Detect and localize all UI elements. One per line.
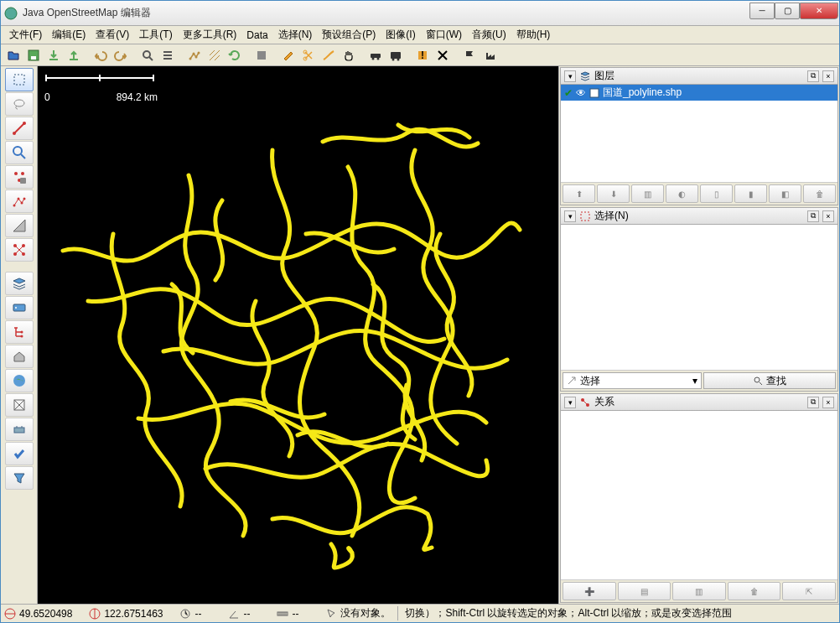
- layer-merge-button[interactable]: ▯: [700, 184, 733, 203]
- layer-visibility-button[interactable]: ◐: [666, 184, 698, 203]
- find-button[interactable]: 查找: [703, 372, 836, 389]
- menu-data[interactable]: Data: [241, 28, 272, 43]
- lat-icon: [4, 608, 16, 620]
- warning-icon[interactable]: !: [413, 46, 432, 65]
- wireframe-icon[interactable]: [185, 46, 204, 65]
- flag-icon[interactable]: [460, 46, 479, 65]
- layers-panel-title: 图层: [594, 69, 614, 83]
- menu-presets[interactable]: 预设组合(P): [317, 26, 381, 44]
- lasso-icon[interactable]: [5, 92, 34, 116]
- refresh-icon[interactable]: [226, 46, 244, 65]
- house-icon[interactable]: [5, 345, 34, 368]
- layer-down-button[interactable]: ⬇: [597, 184, 630, 203]
- selection-combo[interactable]: 选择 ▾: [563, 372, 702, 389]
- main-toolbar: !: [1, 44, 839, 66]
- svg-point-38: [20, 331, 23, 334]
- hatch-icon[interactable]: [205, 46, 224, 65]
- layers-panel-icon: [579, 70, 591, 82]
- relation-edit-button[interactable]: ▤: [618, 582, 671, 600]
- svg-point-4: [189, 57, 192, 60]
- layer-activate-button[interactable]: ◧: [769, 184, 801, 203]
- dock-icon[interactable]: ⧉: [807, 70, 819, 82]
- longitude-value: 122.6751463: [104, 608, 163, 620]
- menu-window[interactable]: 窗口(W): [421, 26, 467, 44]
- zoom-icon[interactable]: [5, 141, 34, 164]
- tree-icon[interactable]: [5, 320, 34, 344]
- delete-node-icon[interactable]: [5, 165, 34, 189]
- minimize-button[interactable]: ─: [749, 3, 775, 19]
- line-icon[interactable]: [5, 117, 34, 140]
- relation-add-button[interactable]: ➕: [563, 582, 616, 600]
- close-button[interactable]: ✕: [800, 3, 838, 19]
- funnel-icon[interactable]: [5, 466, 34, 490]
- map-canvas[interactable]: 0 894.2 km: [38, 66, 558, 604]
- layer-duplicate-button[interactable]: ▥: [631, 184, 664, 203]
- dock-icon[interactable]: ⧉: [807, 210, 819, 222]
- menu-selection[interactable]: 选择(N): [273, 26, 318, 44]
- car-icon[interactable]: [366, 46, 385, 65]
- svg-point-29: [17, 198, 19, 200]
- menu-imagery[interactable]: 图像(I): [381, 26, 420, 44]
- factory-icon[interactable]: [480, 46, 499, 65]
- relation-select-button[interactable]: ⇱: [782, 582, 836, 600]
- length-icon: [277, 608, 288, 620]
- stop-icon[interactable]: [252, 46, 271, 65]
- delete-icon[interactable]: [433, 46, 452, 65]
- svg-point-37: [15, 307, 17, 309]
- search-icon[interactable]: [138, 46, 157, 65]
- svg-point-13: [377, 57, 380, 60]
- svg-point-49: [754, 377, 760, 382]
- menu-edit[interactable]: 编辑(E): [47, 26, 91, 44]
- download-icon[interactable]: [44, 46, 63, 65]
- panel-close-icon[interactable]: ×: [822, 210, 834, 222]
- redo-icon[interactable]: [111, 46, 130, 65]
- angle-icon: [228, 608, 240, 620]
- validate-icon[interactable]: [5, 442, 34, 465]
- relation-delete-button[interactable]: 🗑: [728, 582, 781, 600]
- svg-point-24: [14, 172, 18, 175]
- layer-delete-button[interactable]: 🗑: [803, 184, 836, 203]
- svg-point-23: [13, 147, 22, 155]
- earth-icon[interactable]: [5, 369, 34, 392]
- eye-icon[interactable]: 👁: [576, 87, 586, 99]
- svg-rect-27: [20, 178, 26, 184]
- menu-audio[interactable]: 音频(U): [467, 26, 511, 44]
- relation-duplicate-button[interactable]: ▥: [672, 582, 726, 600]
- connect-icon[interactable]: [5, 238, 34, 262]
- svg-point-20: [14, 100, 24, 106]
- undo-icon[interactable]: [91, 46, 110, 65]
- menu-view[interactable]: 查看(V): [91, 26, 134, 44]
- layer-mergedown-button[interactable]: ▮: [734, 184, 767, 203]
- layer-up-button[interactable]: ⬆: [563, 184, 595, 203]
- menu-tools[interactable]: 工具(T): [134, 26, 177, 44]
- layer-item[interactable]: ✔ 👁 国道_polyline.shp: [561, 85, 837, 101]
- collapse-icon[interactable]: ▾: [564, 210, 576, 222]
- tags-icon[interactable]: [5, 296, 34, 319]
- maximize-button[interactable]: ▢: [775, 3, 800, 19]
- bus-icon[interactable]: [386, 46, 405, 65]
- layers-icon[interactable]: [5, 272, 34, 295]
- save-icon[interactable]: [24, 46, 43, 65]
- scissors-icon[interactable]: [299, 46, 318, 65]
- collapse-icon[interactable]: ▾: [564, 70, 576, 82]
- select-mode-icon[interactable]: [5, 68, 34, 91]
- draw-icon[interactable]: [279, 46, 298, 65]
- dock-icon[interactable]: ⧉: [807, 397, 819, 408]
- filter-icon[interactable]: [5, 393, 34, 417]
- panel-close-icon[interactable]: ×: [822, 397, 834, 408]
- grab-icon[interactable]: [340, 46, 358, 65]
- menu-more-tools[interactable]: 更多工具(R): [178, 26, 242, 44]
- svg-point-21: [13, 132, 16, 135]
- menu-file[interactable]: 文件(F): [4, 26, 47, 44]
- menu-help[interactable]: 帮助(H): [511, 26, 556, 44]
- svg-point-12: [372, 57, 375, 60]
- panel-close-icon[interactable]: ×: [822, 70, 834, 82]
- open-icon[interactable]: [4, 46, 23, 65]
- list-icon[interactable]: [158, 46, 177, 65]
- collapse-icon[interactable]: ▾: [564, 397, 576, 408]
- nodes-icon[interactable]: [5, 189, 34, 213]
- upload-icon[interactable]: [65, 46, 83, 65]
- way-icon[interactable]: [319, 46, 338, 65]
- align-icon[interactable]: [5, 418, 34, 441]
- measure-icon[interactable]: [5, 214, 34, 237]
